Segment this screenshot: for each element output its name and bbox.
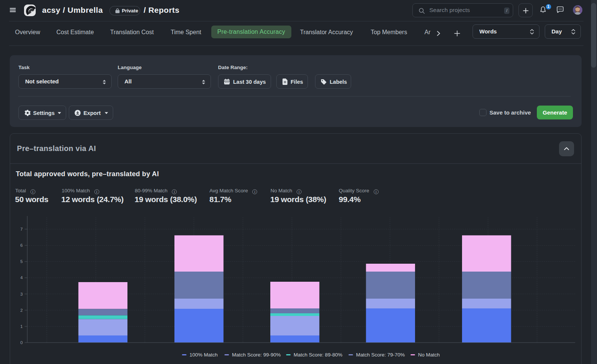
svg-text:6: 6: [20, 243, 23, 248]
svg-text:5: 5: [20, 259, 23, 264]
svg-text:7: 7: [20, 227, 23, 231]
svg-text:3: 3: [20, 292, 23, 296]
svg-text:0: 0: [20, 340, 23, 345]
svg-text:1: 1: [20, 324, 23, 329]
svg-text:4: 4: [20, 275, 23, 280]
svg-text:2: 2: [20, 308, 23, 313]
